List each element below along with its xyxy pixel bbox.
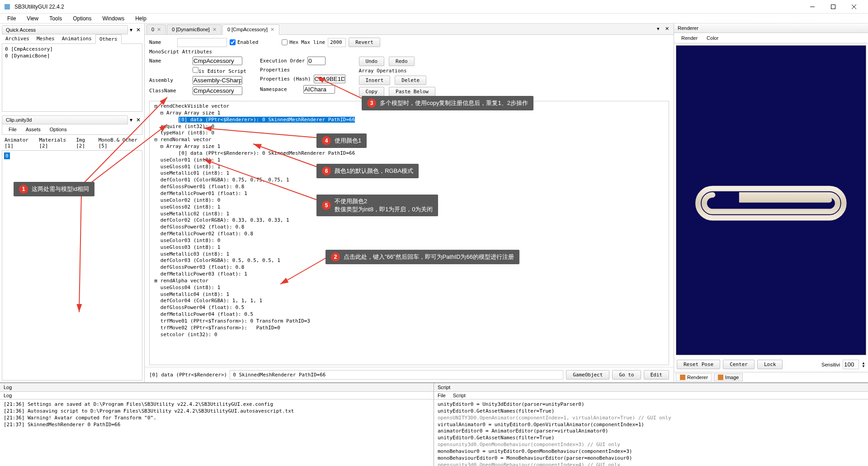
clip-item[interactable]: 0 (4, 152, 10, 159)
menu-help[interactable]: Help (130, 14, 152, 23)
tree-row[interactable]: defGlossPower02 (float): 0.8 (151, 224, 667, 231)
paste-button[interactable]: Paste Below (389, 87, 435, 96)
tree-row[interactable]: useMetallic01 (int8): 1 (151, 170, 667, 177)
maximize-button[interactable] (823, 0, 844, 14)
sensitivity-input[interactable] (843, 360, 859, 369)
tree-row[interactable]: setcolor (int32): 0 (151, 332, 667, 338)
property-tree[interactable]: ⊟ rendCheckVisible vector ⊟ Array Array … (149, 101, 669, 365)
log-tab[interactable]: Log (4, 393, 12, 398)
copy-button[interactable]: Copy (359, 87, 385, 96)
tree-row[interactable]: defGlossPower03 (float): 0.8 (151, 264, 667, 271)
tree-row[interactable]: useMetallic03 (int8): 1 (151, 251, 667, 258)
tree-row[interactable]: defMetallicPower01 (float): 1 (151, 190, 667, 197)
center-button[interactable]: Center (723, 360, 755, 369)
tree-row[interactable]: [0] data (PPtr<$Renderer>): 0 SkinnedMes… (151, 117, 667, 124)
menu-tools[interactable]: Tools (44, 14, 67, 23)
tree-row[interactable]: ⊟ Array Array size 1 (151, 143, 667, 150)
menu-file[interactable]: File (2, 14, 21, 23)
qa-item[interactable]: 0 [DynamicBone] (4, 52, 140, 59)
tab-close-icon[interactable]: ✕ (157, 27, 161, 32)
qa-item[interactable]: 0 [CmpAccessory] (4, 46, 140, 52)
resetpose-button[interactable]: Reset Pose (677, 360, 720, 369)
menu-options[interactable]: Options (67, 14, 97, 23)
clip-close-icon[interactable]: ✕ (134, 117, 142, 123)
qa-tab-others[interactable]: Others (95, 34, 122, 44)
tree-row[interactable]: defGlossPower01 (float): 0.8 (151, 184, 667, 190)
script-menu-file[interactable]: File (438, 393, 446, 398)
script-body[interactable]: unityEditor0 = Unity3dEditor(parser=unit… (434, 399, 868, 466)
dock-close-icon[interactable]: ✕ (662, 24, 672, 34)
tree-row[interactable]: useGloss02 (int8): 1 (151, 204, 667, 211)
quick-access-close-icon[interactable]: ✕ (134, 27, 142, 33)
tree-row[interactable]: useColor02 (int8): 0 (151, 197, 667, 204)
tree-row[interactable]: defColor04 (ColorRGBA): 1, 1, 1, 1 (151, 298, 667, 304)
qa-tab-archives[interactable]: Archives (2, 34, 33, 43)
tree-row[interactable]: defMetallicPower04 (float): 0.5 (151, 311, 667, 318)
clip-menu-options[interactable]: Options (45, 126, 71, 133)
tree-row[interactable]: [0] data (PPtr<$Renderer>): 0 SkinnedMes… (151, 150, 667, 157)
tree-row[interactable]: useGloss01 (int8): 1 (151, 164, 667, 171)
renderer-menu-render[interactable]: Render (677, 34, 702, 42)
goto-button[interactable]: Go to (612, 370, 641, 380)
tree-row[interactable]: typeHair (int8): 0 (151, 130, 667, 137)
tree-row[interactable]: useColor01 (int8): 1 (151, 157, 667, 164)
delete-button[interactable]: Delete (395, 76, 426, 85)
tree-row[interactable]: useGloss03 (int8): 1 (151, 244, 667, 251)
renderer-tab-renderer[interactable]: Renderer (676, 373, 712, 381)
tree-row[interactable]: useMetallic04 (int8): 1 (151, 291, 667, 298)
execorder-input[interactable] (307, 57, 326, 65)
gameobject-button[interactable]: GameObject (566, 370, 609, 380)
tree-row[interactable]: useMetallic02 (int8): 1 (151, 211, 667, 218)
clip-tab-animator[interactable]: Animator [1] (2, 136, 36, 150)
clip-tab-mono[interactable]: MonoB.& Other [5] (96, 136, 142, 150)
quick-access-dropdown-icon[interactable]: ▾ (128, 27, 134, 33)
tab-close-icon[interactable]: ✕ (270, 27, 274, 32)
dock-dropdown-icon[interactable]: ▾ (654, 24, 662, 34)
tree-row[interactable]: useGloss04 (int8): 1 (151, 285, 667, 291)
tree-row[interactable]: require (int32): 0 (151, 124, 667, 130)
clip-tab-materials[interactable]: Materials [2] (36, 136, 73, 150)
clip-menu-file[interactable]: File (4, 126, 21, 133)
lock-button[interactable]: Lock (757, 360, 783, 369)
close-button[interactable] (844, 0, 864, 14)
assembly-input[interactable] (193, 76, 242, 85)
qa-tab-animations[interactable]: Animations (58, 34, 95, 43)
doc-tab-cmpaccessory[interactable]: 0 [CmpAccessory]✕ (222, 24, 279, 35)
enabled-checkbox[interactable] (230, 39, 236, 45)
tree-row[interactable]: trfMove02 (PPtr<$Transform>): PathID=0 (151, 325, 667, 332)
tree-row[interactable]: defMetallicPower02 (float): 0.8 (151, 231, 667, 238)
tree-row[interactable]: ⊟ rendCheckVisible vector (151, 103, 667, 110)
menu-view[interactable]: View (21, 14, 44, 23)
doc-tab-0[interactable]: 0✕ (146, 24, 166, 34)
tree-row[interactable]: ⊞ rendAlpha vector (151, 278, 667, 285)
clip-dropdown-icon[interactable]: ▾ (128, 117, 134, 123)
tree-row[interactable]: defGlossPower04 (float): 0.5 (151, 304, 667, 311)
log-body[interactable]: [21:36] Settings are saved at D:\Program… (0, 399, 434, 466)
tab-close-icon[interactable]: ✕ (212, 27, 217, 32)
editorscript-checkbox[interactable] (193, 67, 198, 73)
redo-button[interactable]: Redo (389, 57, 415, 66)
qa-tab-meshes[interactable]: Meshes (33, 34, 58, 43)
editbar-input[interactable] (230, 370, 563, 380)
tree-row[interactable]: ⊟ rendNormal vector (151, 137, 667, 143)
renderer-viewport[interactable] (676, 45, 866, 355)
renderer-tab-image[interactable]: Image (714, 373, 743, 381)
maxline-input[interactable] (328, 38, 346, 47)
tree-row[interactable]: trfMove01 (PPtr<$Transform>): 0 Transfor… (151, 318, 667, 325)
name-input[interactable] (177, 38, 227, 47)
tree-row[interactable]: defMetallicPower03 (float): 1 (151, 271, 667, 278)
tree-row[interactable]: ⊟ Array Array size 1 (151, 110, 667, 117)
menu-windows[interactable]: Windows (97, 14, 130, 23)
undo-button[interactable]: Undo (359, 57, 385, 66)
tree-row[interactable]: defColor01 (ColorRGBA): 0.75, 0.75, 0.75… (151, 177, 667, 184)
tree-row[interactable]: useColor03 (int8): 0 (151, 238, 667, 244)
msname-input[interactable] (193, 57, 242, 65)
revert-button[interactable]: Revert (349, 38, 380, 47)
prophash-input[interactable] (314, 75, 345, 83)
hex-checkbox[interactable] (282, 39, 288, 45)
edit-button[interactable]: Edit (644, 370, 670, 380)
clip-tab-img[interactable]: Img [2] (73, 136, 96, 150)
script-menu-script[interactable]: Script (453, 393, 466, 398)
spin-down-icon[interactable]: ▼ (862, 365, 865, 368)
insert-button[interactable]: Insert (359, 76, 391, 85)
